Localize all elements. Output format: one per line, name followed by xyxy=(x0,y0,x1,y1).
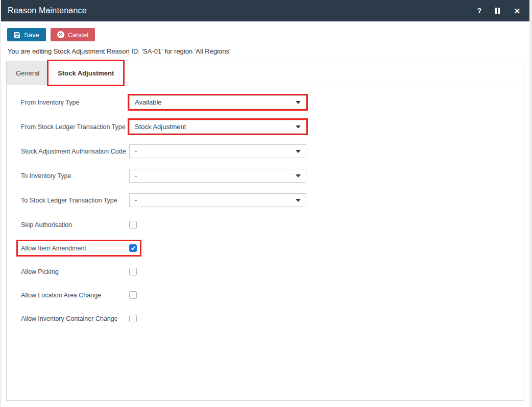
field-row-allow-location-area-change: Allow Location Area Change xyxy=(21,288,524,302)
from-stock-ledger-transaction-type-select[interactable]: Stock Adjustment xyxy=(129,120,306,134)
field-label: Allow Item Amendment xyxy=(21,245,129,252)
stock-adjustment-form: From Inventory Type Available From Stock… xyxy=(7,85,524,325)
to-inventory-type-select[interactable]: - xyxy=(129,169,306,183)
field-row-from-inventory-type: From Inventory Type Available xyxy=(21,95,524,109)
check-icon xyxy=(131,245,135,250)
field-row-allow-inventory-container-change: Allow Inventory Container Change xyxy=(21,312,524,325)
allow-location-area-change-checkbox[interactable] xyxy=(129,291,137,299)
skip-authorisation-checkbox[interactable] xyxy=(129,221,137,228)
help-icon[interactable]: ? xyxy=(477,7,482,14)
field-row-stock-adjustment-authorisation-code: Stock Adjustment Authorisation Code - xyxy=(21,144,524,158)
field-label: Stock Adjustment Authorisation Code xyxy=(21,148,129,155)
close-icon[interactable]: ✕ xyxy=(514,7,520,15)
pause-icon[interactable] xyxy=(495,8,500,14)
tab-panel: General Stock Adjustment From Inventory … xyxy=(6,61,524,401)
allow-inventory-container-change-checkbox[interactable] xyxy=(129,315,137,322)
stock-adjustment-authorisation-code-select[interactable]: - xyxy=(129,144,306,158)
to-stock-ledger-transaction-type-select[interactable]: - xyxy=(129,193,306,207)
reason-maintenance-window: Reason Maintenance ? ✕ Save ✕ Cancel You… xyxy=(1,0,529,407)
select-value: - xyxy=(135,147,137,155)
editing-context-text: You are editing Stock Adjustment Reason … xyxy=(8,47,529,55)
field-row-skip-authorisation: Skip Authorisation xyxy=(21,218,524,232)
save-button-label: Save xyxy=(24,31,39,39)
field-label: To Inventory Type xyxy=(21,172,129,180)
field-row-from-stock-ledger-transaction-type: From Stock Ledger Transaction Type Stock… xyxy=(21,120,524,134)
cancel-circle-x-icon: ✕ xyxy=(57,31,64,38)
field-row-to-stock-ledger-transaction-type: To Stock Ledger Transaction Type - xyxy=(21,193,524,207)
field-label: Allow Picking xyxy=(21,268,129,275)
field-row-allow-picking: Allow Picking xyxy=(21,265,524,278)
allow-item-amendment-annotation: Allow Item Amendment xyxy=(21,244,137,252)
toolbar: Save ✕ Cancel xyxy=(1,21,529,41)
tab-general[interactable]: General xyxy=(7,61,49,85)
chevron-down-icon xyxy=(296,101,301,104)
titlebar-icon-group: ? ✕ xyxy=(477,7,520,15)
field-label: From Stock Ledger Transaction Type xyxy=(21,123,129,131)
chevron-down-icon xyxy=(296,150,301,153)
window-titlebar: Reason Maintenance ? ✕ xyxy=(1,0,529,21)
allow-item-amendment-checkbox[interactable] xyxy=(129,244,137,252)
chevron-down-icon xyxy=(296,199,301,202)
field-label: From Inventory Type xyxy=(21,99,129,106)
tab-stock-adjustment[interactable]: Stock Adjustment xyxy=(49,61,123,85)
floppy-disk-icon xyxy=(14,32,20,38)
field-row-allow-item-amendment: Allow Item Amendment xyxy=(21,241,524,255)
select-value: - xyxy=(135,196,137,204)
field-label: Allow Location Area Change xyxy=(21,292,129,299)
field-row-to-inventory-type: To Inventory Type - xyxy=(21,169,524,183)
field-label: Skip Authorisation xyxy=(21,221,129,228)
select-value: - xyxy=(135,172,137,180)
chevron-down-icon xyxy=(296,174,301,177)
tab-bar: General Stock Adjustment xyxy=(7,61,524,85)
from-inventory-type-select[interactable]: Available xyxy=(129,95,306,109)
cancel-button-label: Cancel xyxy=(68,31,88,39)
chevron-down-icon xyxy=(296,125,301,129)
field-label: Allow Inventory Container Change xyxy=(21,315,129,322)
field-label: To Stock Ledger Transaction Type xyxy=(21,197,129,204)
select-value: Stock Adjustment xyxy=(135,123,186,131)
cancel-button[interactable]: ✕ Cancel xyxy=(51,28,95,41)
allow-picking-checkbox[interactable] xyxy=(129,268,137,275)
window-title: Reason Maintenance xyxy=(8,6,87,15)
select-value: Available xyxy=(135,98,162,106)
save-button[interactable]: Save xyxy=(7,28,46,41)
